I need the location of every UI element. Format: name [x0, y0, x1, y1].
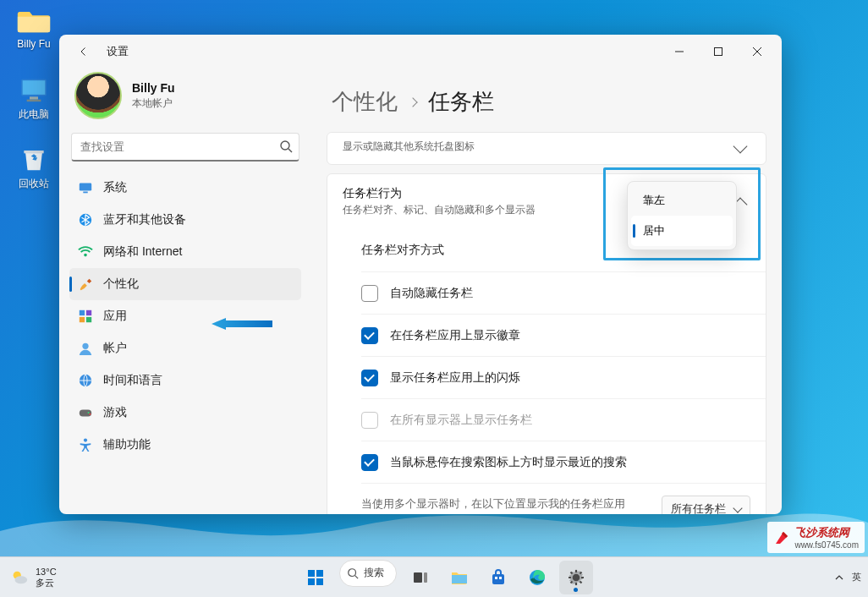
- flash-row[interactable]: 显示任务栏应用上的闪烁: [361, 356, 766, 398]
- watermark-icon: [773, 529, 790, 546]
- weather-temp: 13°C: [36, 567, 57, 578]
- desktop-pc-label: 此电脑: [19, 107, 49, 122]
- brush-icon: [78, 277, 93, 292]
- svg-rect-23: [308, 578, 315, 585]
- main-content: 个性化 任务栏 显示或隐藏其他系统托盘图标 任务栏行为 任务栏对齐、标记、自动隐…: [311, 68, 782, 514]
- nav-network[interactable]: 网络和 Internet: [69, 236, 301, 268]
- checkbox-disabled: [361, 412, 378, 429]
- chevron-right-icon: [408, 97, 417, 107]
- alignment-option-left[interactable]: 靠左: [631, 185, 733, 216]
- avatar: [74, 72, 122, 119]
- alignment-option-center[interactable]: 居中: [631, 216, 733, 246]
- accessibility-icon: [78, 437, 93, 452]
- bluetooth-icon: [78, 212, 93, 227]
- desktop-pc[interactable]: 此电脑: [8, 74, 59, 122]
- search-input[interactable]: [71, 133, 299, 162]
- svg-rect-10: [86, 310, 91, 315]
- checkbox-checked[interactable]: [361, 454, 378, 471]
- desktop-folder[interactable]: Billy Fu: [8, 5, 59, 50]
- svg-rect-21: [308, 570, 315, 577]
- search-box[interactable]: [71, 133, 299, 162]
- svg-rect-24: [316, 578, 323, 585]
- behavior-header[interactable]: 任务栏行为 任务栏对齐、标记、自动隐藏和多个显示器 靠左 居中: [327, 174, 766, 229]
- nav: 系统 蓝牙和其他设备 网络和 Internet 个性化 应用 帐户 时间和语言 …: [69, 172, 301, 461]
- nav-system[interactable]: 系统: [69, 172, 301, 204]
- checkbox-unchecked[interactable]: [361, 285, 378, 302]
- account-block[interactable]: Billy Fu 本地帐户: [69, 68, 301, 131]
- breadcrumb-current: 任务栏: [428, 87, 494, 117]
- nav-accessibility[interactable]: 辅助功能: [69, 429, 301, 461]
- wifi-icon: [78, 244, 93, 260]
- autohide-row[interactable]: 自动隐藏任务栏: [361, 271, 766, 314]
- settings-window: 设置 Billy Fu 本地帐户 系统 蓝牙和其他设备 网络和 I: [59, 35, 782, 514]
- nav-bluetooth[interactable]: 蓝牙和其他设备: [69, 204, 301, 236]
- start-button[interactable]: [299, 561, 332, 594]
- svg-rect-26: [414, 572, 422, 583]
- recycle-icon: [17, 144, 51, 174]
- chevron-down-icon: [733, 139, 748, 153]
- tray-icons-panel[interactable]: 显示或隐藏其他系统托盘图标: [327, 132, 766, 165]
- minimize-button[interactable]: [660, 38, 699, 65]
- annotation-arrow: [212, 318, 272, 330]
- taskbar-behavior-panel: 任务栏行为 任务栏对齐、标记、自动隐藏和多个显示器 靠左 居中 任务栏对齐方式: [327, 173, 766, 514]
- svg-point-16: [88, 412, 90, 414]
- account-name: Billy Fu: [132, 81, 175, 95]
- svg-rect-28: [452, 575, 467, 583]
- nav-time[interactable]: 时间和语言: [69, 364, 301, 397]
- svg-rect-11: [80, 317, 85, 322]
- svg-rect-27: [424, 572, 427, 583]
- nav-gaming[interactable]: 游戏: [69, 397, 301, 429]
- behavior-sub: 任务栏对齐、标记、自动隐藏和多个显示器: [343, 203, 536, 217]
- svg-point-17: [89, 414, 91, 415]
- weather-desc: 多云: [36, 578, 57, 589]
- desktop-recycle-label: 回收站: [19, 177, 49, 191]
- svg-point-5: [281, 141, 289, 150]
- badges-row[interactable]: 在任务栏应用上显示徽章: [361, 314, 766, 356]
- svg-point-13: [82, 343, 88, 349]
- tray-icons-sub: 显示或隐藏其他系统托盘图标: [343, 140, 475, 154]
- settings-taskbar-button[interactable]: [559, 561, 593, 594]
- store-button[interactable]: [481, 561, 515, 594]
- breadcrumb-parent[interactable]: 个性化: [332, 87, 398, 117]
- close-button[interactable]: [738, 38, 777, 65]
- search-hover-row[interactable]: 当鼠标悬停在搜索图标上方时显示最近的搜索: [361, 441, 766, 483]
- alignment-dropdown: 靠左 居中: [627, 181, 737, 250]
- svg-rect-1: [23, 80, 46, 95]
- account-type: 本地帐户: [132, 96, 175, 111]
- taskbar-search[interactable]: 搜索: [339, 560, 397, 587]
- taskbar-weather[interactable]: 13°C 多云: [0, 567, 57, 588]
- pc-icon: [17, 74, 51, 105]
- svg-rect-15: [80, 409, 91, 416]
- nav-accounts[interactable]: 帐户: [69, 332, 301, 364]
- svg-rect-9: [80, 310, 85, 315]
- task-view-button[interactable]: [404, 561, 437, 594]
- multi-display-select: 所有任务栏: [662, 496, 750, 514]
- svg-rect-12: [86, 317, 91, 322]
- chevron-up-icon[interactable]: [835, 573, 843, 582]
- titlebar: 设置: [59, 35, 782, 68]
- taskbar-tray[interactable]: 英: [835, 571, 868, 583]
- desktop-recycle[interactable]: 回收站: [8, 144, 59, 191]
- desktop-folder-label: Billy Fu: [17, 38, 50, 50]
- ime-indicator[interactable]: 英: [852, 571, 861, 583]
- gamepad-icon: [78, 405, 93, 420]
- window-title: 设置: [107, 44, 129, 59]
- svg-rect-31: [499, 577, 502, 579]
- sidebar: Billy Fu 本地帐户 系统 蓝牙和其他设备 网络和 Internet 个性…: [59, 68, 311, 514]
- nav-personalization[interactable]: 个性化: [69, 268, 301, 300]
- search-icon: [347, 567, 359, 579]
- globe-icon: [78, 373, 93, 388]
- edge-button[interactable]: [520, 561, 554, 594]
- checkbox-checked[interactable]: [361, 370, 378, 386]
- svg-point-18: [84, 439, 87, 442]
- weather-icon: [10, 568, 29, 587]
- svg-rect-7: [83, 192, 87, 194]
- back-button[interactable]: [64, 39, 103, 64]
- breadcrumb: 个性化 任务栏: [327, 68, 766, 132]
- behavior-title: 任务栏行为: [343, 186, 536, 201]
- checkbox-checked[interactable]: [361, 327, 378, 344]
- maximize-button[interactable]: [699, 38, 738, 65]
- taskbar: 13°C 多云 搜索 英: [0, 556, 868, 597]
- svg-rect-6: [80, 183, 91, 191]
- explorer-button[interactable]: [442, 561, 476, 594]
